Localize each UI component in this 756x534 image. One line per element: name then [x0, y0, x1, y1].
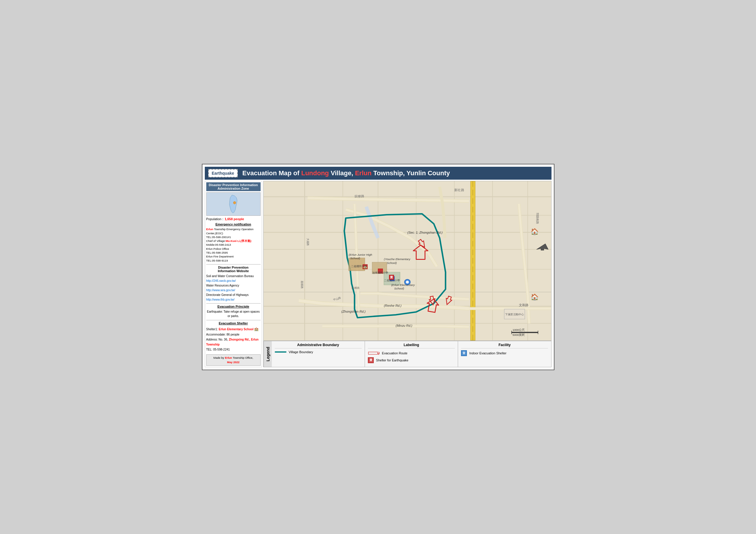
svg-text:油車國民小學: 油車國民小學 [372, 271, 388, 274]
title-mid: Village, [329, 169, 355, 177]
svg-text:文和路: 文和路 [519, 304, 529, 307]
legend-indoor-shelter: 室 Indoor Evacuation Shelter [461, 350, 548, 356]
indoor-shelter-label: Indoor Evacuation Shelter [469, 351, 506, 355]
svg-text:(Sec. 1, Zhongshan Rd.): (Sec. 1, Zhongshan Rd.) [407, 231, 443, 235]
shelter-info: Shelter1: Erlun Elementary School 🏫 Acco… [206, 326, 261, 352]
legend-admin-boundary: Administrative Boundary Village Boundary [272, 341, 365, 367]
legend-evac-route: Evacuation Route [368, 350, 455, 356]
taiwan-svg [225, 194, 242, 214]
evac-route-label: Evacuation Route [382, 351, 408, 355]
svg-text:下滿里活動中心: 下滿里活動中心 [505, 313, 524, 316]
village-boundary-label: Village Boundary [289, 350, 313, 354]
svg-rect-35 [512, 332, 538, 333]
shelter-eq-icon: 震 [368, 357, 374, 363]
thb-link[interactable]: http://www.thb.gov.tw/ [206, 297, 261, 302]
svg-text:(Youche Elementary: (Youche Elementary [384, 258, 411, 261]
emergency-notification-title: Emergency notification [206, 222, 261, 226]
title-prefix: Evacuation Map of [242, 169, 301, 177]
legend-label: Legend [263, 341, 272, 367]
legend-sections: Administrative Boundary Village Boundary… [272, 341, 551, 367]
village-name: Lundong [301, 169, 329, 177]
legend-labelling-title: Labelling [368, 343, 455, 348]
population-line: Population：1,658 people [206, 217, 261, 221]
taiwan-map-thumbnail [206, 192, 261, 216]
swcb-link[interactable]: http://246.swcb.gov.tw/ [206, 279, 261, 283]
evac-route-arrow [368, 350, 380, 356]
section1-title: Disaster Prevention Information Administ… [206, 182, 261, 191]
legend-facility: Facility 室 Indoor Evacuation Shelter [458, 341, 551, 367]
svg-text:School): School) [350, 257, 360, 260]
svg-text:School): School) [387, 261, 397, 265]
sidebar: Disaster Prevention Information Administ… [205, 181, 262, 367]
svg-text:(Zhongshan Rd.): (Zhongshan Rd.) [341, 310, 365, 313]
legend-labelling: Labelling [365, 341, 458, 367]
svg-point-0 [233, 201, 236, 204]
svg-text:新社路: 新社路 [454, 188, 464, 192]
wra-link[interactable]: http://www.wra.gov.tw/ [206, 288, 261, 293]
made-by-box: Made by Erlun Township Office, May 2022 [206, 354, 261, 366]
header-title: Evacuation Map of Lundong Village, Erlun… [242, 169, 450, 177]
svg-text:市縣南路: 市縣南路 [536, 213, 539, 224]
svg-text:二崙國民中學: 二崙國民中學 [351, 265, 367, 268]
outer-container: Earthquake Evacuation Map of Lundong Vil… [202, 164, 554, 370]
svg-text:🏠: 🏠 [531, 228, 539, 236]
shelter-earthquake-label: Shelter for Earthquake [376, 358, 408, 362]
disaster-prev-title: Disaster PreventionInformation Website [206, 266, 261, 273]
title-suffix: Township, Yunlin County [371, 169, 450, 177]
svg-text:大崙路: 大崙路 [306, 238, 309, 246]
legend-box: Legend Administrative Boundary Village B… [263, 341, 552, 367]
legend-village-boundary: Village Boundary [275, 350, 362, 354]
evac-shelter-title: Evacuation Shelter [206, 321, 261, 325]
svg-text:嘉縣路: 嘉縣路 [300, 281, 303, 289]
legend-shelter-earthquake: 震 Shelter for Earthquake [368, 357, 455, 363]
svg-text:School): School) [394, 287, 404, 290]
svg-rect-67 [368, 352, 378, 354]
svg-text:🏠: 🏠 [531, 293, 539, 301]
svg-text:(Erlun Junior High: (Erlun Junior High [348, 253, 372, 256]
map-container: 🏫 [263, 181, 552, 341]
village-boundary-line [275, 351, 286, 353]
evac-principle-title: Evacuation Principle [206, 305, 261, 308]
svg-text:1000公尺: 1000公尺 [512, 328, 525, 331]
legend-admin-title: Administrative Boundary [275, 343, 362, 348]
header-tag: Earthquake [208, 169, 238, 177]
emergency-info: Erlun Township Emergency Operation Cente… [206, 227, 261, 263]
map-area: 🏫 [263, 181, 552, 367]
svg-text:(Renhe Rd.): (Renhe Rd.) [384, 304, 401, 308]
township-name: Erlun [355, 169, 371, 177]
svg-text:(Minzu Rd.): (Minzu Rd.) [395, 324, 412, 327]
svg-text:(Erlun Elementary: (Erlun Elementary [391, 283, 415, 287]
indoor-shelter-icon: 室 [461, 350, 467, 356]
svg-text:5000英呎: 5000英呎 [512, 333, 525, 337]
svg-text:震: 震 [390, 276, 393, 279]
map-svg: 🏫 [263, 181, 551, 341]
evac-principle-text: Earthquake: Take refuge at open spaces o… [206, 309, 261, 318]
header-bar: Earthquake Evacuation Map of Lundong Vil… [205, 167, 552, 180]
legend-facility-title: Facility [461, 343, 548, 348]
svg-text:田寮路: 田寮路 [354, 194, 364, 198]
main-layout: Disaster Prevention Information Administ… [205, 181, 552, 367]
svg-marker-68 [378, 352, 379, 355]
website-links: Soil and Water Conservation Bureau http:… [206, 274, 261, 302]
